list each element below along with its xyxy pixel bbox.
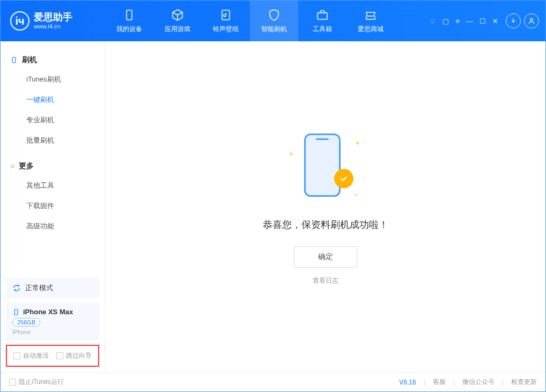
tab-my-device[interactable]: 我的设备 [105,1,153,41]
note-icon[interactable]: ▢ [442,17,449,25]
sparkle-icon: ✦ [288,150,294,158]
sidebar-item-advanced[interactable]: 高级功能 [1,216,105,236]
sparkle-icon: ✦ [353,192,358,198]
wechat-link[interactable]: 微信公众号 [462,378,495,387]
list-icon: ≡ [10,162,14,171]
tab-store[interactable]: 爱思商城 [346,1,395,41]
app-subtitle: www.i4.cn [34,23,72,30]
sidebar-group-flash: 刷机 iTunes刷机 一键刷机 专业刷机 批量刷机 [1,51,105,151]
mode-card[interactable]: 正常模式 [6,278,99,298]
device-type: iPhone [12,329,93,335]
app-header: iч 爱思助手 www.i4.cn 我的设备 应用游戏 铃声壁纸 智能刷机 工具… [1,1,545,41]
maximize-icon[interactable]: ☐ [479,17,486,25]
success-illustration: ✦ ✦ ✦ [288,128,363,203]
sidebar-bottom: 正常模式 iPhone XS Max 256GB iPhone 自动激活 跳过向… [1,272,105,372]
shirt-icon[interactable]: ♢ [430,17,436,25]
sidebar-item-other-tools[interactable]: 其他工具 [1,175,105,196]
check-badge-icon [334,169,353,188]
device-card[interactable]: iPhone XS Max 256GB iPhone [6,302,99,341]
store-icon [364,9,377,21]
app-title: 爱思助手 [34,12,72,24]
sidebar-item-batch-flash[interactable]: 批量刷机 [1,130,105,151]
header-right: ♢ ▢ ≡ ― ☐ ✕ [430,13,545,28]
view-log-link[interactable]: 查看日志 [313,276,338,285]
download-icon [510,17,517,25]
checkbox-icon [13,352,20,359]
user-icon [528,17,535,25]
checkbox-block-itunes[interactable]: 阻止iTunes运行 [9,378,64,387]
shield-icon [268,9,281,21]
svg-rect-5 [14,309,18,315]
footer-right: V8.16 | 客服 | 微信公众号 | 检查更新 [399,378,537,387]
sidebar-header-more: ≡ 更多 [1,157,105,175]
version-label: V8.16 [399,379,416,386]
phone-illustration [304,134,341,197]
sidebar-item-oneclick-flash[interactable]: 一键刷机 [1,90,105,110]
tab-ringtones[interactable]: 铃声壁纸 [202,1,250,41]
support-link[interactable]: 客服 [433,378,446,387]
minimize-icon[interactable]: ― [466,17,473,25]
sidebar: 刷机 iTunes刷机 一键刷机 专业刷机 批量刷机 ≡ 更多 其他工具 下载固… [1,41,105,372]
tab-flash[interactable]: 智能刷机 [250,1,298,41]
sidebar-group-more: ≡ 更多 其他工具 下载固件 高级功能 [1,157,105,236]
svg-point-3 [530,18,533,21]
sidebar-item-pro-flash[interactable]: 专业刷机 [1,110,105,130]
window-controls: ♢ ▢ ≡ ― ☐ ✕ [430,17,498,25]
toolbox-icon [316,9,329,21]
close-icon[interactable]: ✕ [492,17,498,25]
nav-tabs: 我的设备 应用游戏 铃声壁纸 智能刷机 工具箱 爱思商城 [105,1,395,41]
check-update-link[interactable]: 检查更新 [511,378,537,387]
confirm-button[interactable]: 确定 [294,246,357,268]
svg-rect-2 [318,13,327,19]
phone-icon [10,56,18,64]
checkbox-skip-guide[interactable]: 跳过向导 [56,351,92,360]
phone-small-icon [12,308,20,316]
footer: 阻止iTunes运行 V8.16 | 客服 | 微信公众号 | 检查更新 [1,372,545,391]
refresh-icon [12,284,21,292]
checkbox-icon [9,379,16,386]
body-area: 刷机 iTunes刷机 一键刷机 专业刷机 批量刷机 ≡ 更多 其他工具 下载固… [1,41,545,372]
svg-rect-0 [127,10,132,20]
checkbox-icon [56,352,63,359]
device-name: iPhone XS Max [12,308,93,316]
sidebar-item-itunes-flash[interactable]: iTunes刷机 [1,69,105,90]
main-content: ✦ ✦ ✦ 恭喜您，保资料刷机成功啦！ 确定 查看日志 [105,41,545,372]
cube-icon [171,9,184,21]
success-message: 恭喜您，保资料刷机成功啦！ [263,218,388,231]
logo-area: iч 爱思助手 www.i4.cn [1,11,105,31]
download-button[interactable] [506,13,521,28]
sparkle-icon: ✦ [355,139,361,147]
sidebar-item-download-firmware[interactable]: 下载固件 [1,196,105,216]
user-button[interactable] [524,13,539,28]
checkbox-auto-activate[interactable]: 自动激活 [13,351,49,360]
menu-icon[interactable]: ≡ [455,17,460,25]
sidebar-header-flash: 刷机 [1,51,105,69]
music-icon [219,9,232,21]
app-logo-icon: iч [10,11,29,31]
device-icon [123,9,136,21]
svg-rect-4 [12,57,16,63]
device-storage-badge: 256GB [12,318,40,327]
tab-apps-games[interactable]: 应用游戏 [153,1,202,41]
options-highlight-box: 自动激活 跳过向导 [6,345,99,367]
tab-toolbox[interactable]: 工具箱 [298,1,346,41]
